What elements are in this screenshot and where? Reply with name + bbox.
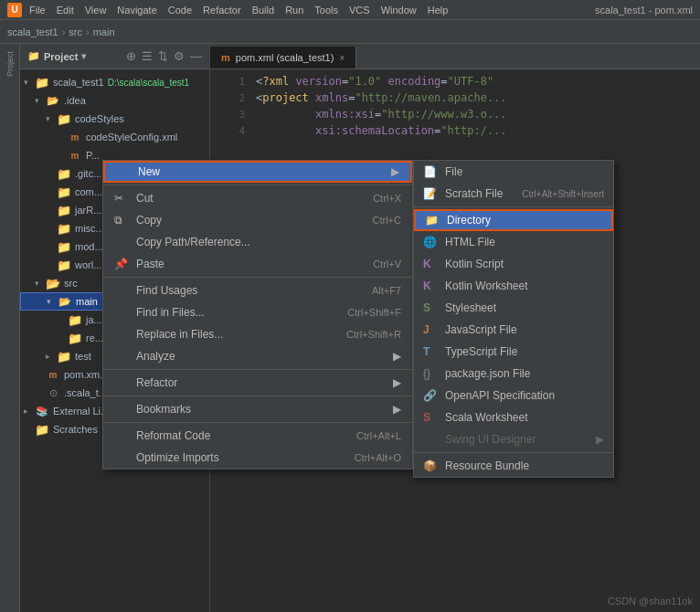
ts-file-icon: T — [423, 345, 440, 358]
scala-worksheet-icon: S — [423, 411, 440, 424]
ctx-label-findinfiles: Find in Files... — [136, 306, 205, 319]
sub-item-file[interactable]: 📄 File — [414, 161, 613, 183]
sub-label-jsfile: JavaScript File — [445, 323, 517, 336]
sort-icon[interactable]: ⇅ — [158, 49, 168, 63]
tree-item-codestyleconfig[interactable]: m codeStyleConfig.xml — [20, 128, 209, 146]
menu-run[interactable]: Run — [285, 5, 303, 16]
sub-item-htmlfile[interactable]: 🌐 HTML File — [414, 231, 613, 253]
sub-item-packagejson[interactable]: {} package.json File — [414, 363, 613, 385]
menu-edit[interactable]: Edit — [57, 5, 74, 16]
ctx-item-optimizeimports[interactable]: Optimize Imports Ctrl+Alt+O — [103, 447, 412, 469]
ctx-item-replaceinfiles[interactable]: Replace in Files... Ctrl+Shift+R — [103, 323, 412, 345]
tree-arrow: ▾ — [47, 297, 58, 306]
ctx-item-reformat[interactable]: Reformat Code Ctrl+Alt+L — [103, 425, 412, 447]
breadcrumb-item-project[interactable]: scala_test1 — [7, 26, 58, 37]
sub-item-scalaworksheet[interactable]: S Scala Worksheet — [414, 406, 613, 428]
ctx-item-paste[interactable]: 📌 Paste Ctrl+V — [103, 253, 412, 275]
sub-item-kotlinscript[interactable]: K Kotlin Script — [414, 253, 613, 275]
ctx-item-findinfiles[interactable]: Find in Files... Ctrl+Shift+F — [103, 301, 412, 323]
sub-item-openapi[interactable]: 🔗 OpenAPI Specification — [414, 385, 613, 406]
sub-label-openapi: OpenAPI Specification — [445, 389, 555, 402]
ctx-item-new[interactable]: New ▶ — [103, 161, 412, 183]
ctx-item-copy[interactable]: ⧉ Copy Ctrl+C — [103, 209, 412, 231]
ctx-item-cut[interactable]: ✂ Cut Ctrl+X — [103, 187, 412, 209]
breadcrumb-item-main[interactable]: main — [93, 26, 115, 37]
project-panel-header: 📁 Project ▾ ⊕ ☰ ⇅ ⚙ — — [20, 44, 209, 69]
sub-item-stylesheet[interactable]: S Stylesheet — [414, 297, 613, 319]
tree-item-root[interactable]: ▾ 📁 scala_test1 D:\scala\scala_test1 — [20, 73, 209, 91]
paste-icon: 📌 — [114, 258, 129, 270]
collapse-icon[interactable]: ☰ — [142, 49, 153, 63]
app-logo: U — [7, 3, 22, 17]
new-submenu: 📄 File 📝 Scratch File Ctrl+Alt+Shift+Ins… — [413, 160, 614, 478]
src-folder-icon: 📂 — [46, 276, 60, 290]
xml-file-icon: m — [68, 130, 82, 144]
menu-help[interactable]: Help — [428, 5, 449, 16]
stylesheet-icon: S — [423, 301, 440, 314]
sub-separator-1 — [414, 206, 613, 207]
ctx-label-paste: Paste — [136, 258, 164, 270]
sidebar-strip: Project — [0, 44, 20, 612]
test-folder-icon: 📁 — [57, 349, 71, 364]
menu-vcs[interactable]: VCS — [349, 5, 370, 16]
ctx-item-findusages[interactable]: Find Usages Alt+F7 — [103, 280, 412, 301]
menu-tools[interactable]: Tools — [314, 5, 338, 16]
tree-arrow: ▸ — [24, 406, 35, 416]
ctx-separator-1 — [103, 185, 412, 185]
menu-file[interactable]: File — [29, 5, 46, 16]
project-panel-actions: ⊕ ☰ ⇅ ⚙ — — [126, 49, 202, 63]
idea-folder-icon: 📂 — [46, 93, 60, 108]
tree-item-codestyles[interactable]: ▾ 📁 codeStyles — [20, 110, 209, 128]
menu-navigate[interactable]: Navigate — [117, 5, 156, 16]
ctx-shortcut-findinfiles: Ctrl+Shift+F — [347, 307, 401, 318]
menu-refactor[interactable]: Refactor — [203, 5, 241, 16]
ctx-label-findusages: Find Usages — [136, 284, 197, 297]
sub-item-tsfile[interactable]: T TypeScript File — [414, 341, 613, 363]
sidebar-project[interactable]: Project — [4, 47, 16, 80]
locate-icon[interactable]: ⊕ — [126, 49, 136, 63]
directory-icon: 📁 — [425, 214, 441, 227]
sub-item-swingui[interactable]: Swing UI Designer ▶ — [414, 428, 613, 450]
kotlin-worksheet-icon: K — [423, 280, 440, 292]
menu-window[interactable]: Window — [381, 5, 417, 16]
sub-label-htmlfile: HTML File — [445, 236, 495, 248]
ctx-label-optimizeimports: Optimize Imports — [136, 451, 219, 464]
ctx-arrow-bookmarks: ▶ — [393, 403, 401, 416]
menu-view[interactable]: View — [85, 5, 107, 16]
minimize-icon[interactable]: — — [190, 49, 202, 63]
ctx-shortcut-copy: Ctrl+C — [373, 215, 401, 226]
ctx-item-bookmarks[interactable]: Bookmarks ▶ — [103, 398, 412, 420]
sub-item-jsfile[interactable]: J JavaScript File — [414, 319, 613, 341]
sub-item-resourcebundle[interactable]: 📦 Resource Bundle — [414, 455, 613, 477]
menu-code[interactable]: Code — [168, 5, 192, 16]
worl-folder-icon: 📁 — [57, 258, 71, 272]
ctx-item-analyze[interactable]: Analyze ▶ — [103, 345, 412, 367]
tree-arrow: ▾ — [46, 114, 57, 123]
ctx-separator-2 — [103, 277, 412, 278]
ctx-shortcut-optimizeimports: Ctrl+Alt+O — [355, 452, 401, 463]
ctx-shortcut-paste: Ctrl+V — [373, 259, 401, 269]
menu-build[interactable]: Build — [252, 5, 274, 16]
sub-item-kotlinworksheet[interactable]: K Kotlin Worksheet — [414, 275, 613, 297]
cut-icon: ✂ — [114, 192, 129, 205]
git-folder-icon: 📁 — [57, 166, 71, 181]
com-folder-icon: 📁 — [57, 185, 71, 199]
dropdown-arrow-icon[interactable]: ▾ — [81, 51, 86, 61]
editor-tab-pomxml[interactable]: m pom.xml (scala_test1) × — [210, 47, 356, 69]
code-line-3: 3 xmlns:xsi="http://www.w3.o... — [217, 106, 693, 122]
project-folder-icon: 📁 — [35, 75, 49, 90]
sub-item-directory[interactable]: 📁 Directory — [414, 209, 613, 231]
breadcrumb-arrow-2: › — [86, 26, 90, 37]
scala-file-icon: ⊙ — [46, 385, 60, 400]
sub-item-scratchfile[interactable]: 📝 Scratch File Ctrl+Alt+Shift+Insert — [414, 183, 613, 205]
tree-item-idea[interactable]: ▾ 📂 .idea — [20, 91, 209, 110]
sub-label-packagejson: package.json File — [445, 367, 530, 380]
settings-icon[interactable]: ⚙ — [174, 49, 185, 63]
ctx-shortcut-replaceinfiles: Ctrl+Shift+R — [346, 329, 401, 340]
breadcrumb-item-src[interactable]: src — [69, 26, 82, 37]
line-number: 1 — [217, 76, 245, 88]
ctx-item-copypath[interactable]: Copy Path/Reference... — [103, 231, 412, 253]
ctx-item-refactor[interactable]: Refactor ▶ — [103, 372, 412, 394]
swingui-arrow: ▶ — [596, 433, 604, 446]
tab-close-button[interactable]: × — [339, 53, 345, 63]
